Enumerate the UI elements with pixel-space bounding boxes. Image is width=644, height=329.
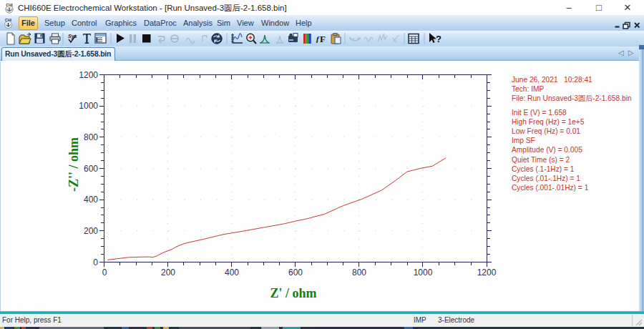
svg-text:-Z'' / ohm: -Z'' / ohm xyxy=(67,137,81,192)
svg-text:800: 800 xyxy=(84,132,98,142)
svg-text:800: 800 xyxy=(352,267,366,278)
svg-text:0: 0 xyxy=(93,257,98,267)
svg-text:F: F xyxy=(320,34,326,44)
svg-text:?: ? xyxy=(436,34,441,44)
svg-text:0: 0 xyxy=(102,267,107,278)
svg-text:1000: 1000 xyxy=(79,101,98,111)
svg-text:1200: 1200 xyxy=(79,70,98,80)
svg-text:Sys: Sys xyxy=(68,34,77,39)
svg-text:200: 200 xyxy=(84,226,98,236)
svg-text:1000: 1000 xyxy=(414,267,433,278)
svg-text:600: 600 xyxy=(84,164,98,174)
svg-text:400: 400 xyxy=(84,195,98,205)
svg-text:Z' / ohm: Z' / ohm xyxy=(270,286,316,300)
svg-text:600: 600 xyxy=(288,267,303,278)
svg-text:400: 400 xyxy=(225,267,239,278)
svg-text:200: 200 xyxy=(161,267,175,278)
svg-text:1200: 1200 xyxy=(477,267,497,278)
